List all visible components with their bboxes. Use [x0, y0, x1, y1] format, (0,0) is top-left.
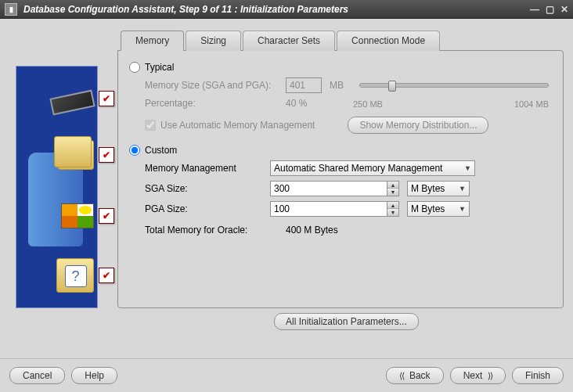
tab-character-sets[interactable]: Character Sets: [243, 31, 335, 51]
slider-min-label: 250 MB: [353, 99, 383, 109]
pga-size-field[interactable]: [270, 201, 387, 217]
step-check-icon: ✔: [99, 91, 114, 106]
step-check-icon: ✔: [99, 208, 114, 224]
finish-button[interactable]: Finish: [512, 367, 564, 384]
next-button-label: Next: [463, 370, 483, 381]
chevron-down-icon: ▼: [459, 185, 466, 192]
minimize-icon[interactable]: —: [530, 4, 539, 15]
tab-sizing[interactable]: Sizing: [186, 31, 241, 51]
app-icon: ▮: [5, 3, 17, 16]
sga-unit-combo[interactable]: M Bytes ▼: [407, 181, 470, 196]
cancel-button[interactable]: Cancel: [9, 367, 65, 384]
all-initialization-parameters-button[interactable]: All Initialization Parameters...: [274, 313, 419, 330]
wizard-footer: Cancel Help ⟨⟨ Back Next ⟩⟩ Finish: [0, 358, 573, 392]
folders-icon: [58, 140, 94, 170]
tab-body-memory: Typical Memory Size (SGA and PGA): MB: [117, 50, 564, 308]
sga-unit-value: M Bytes: [411, 183, 445, 194]
memory-management-value: Automatic Shared Memory Management: [274, 163, 442, 174]
total-memory-value: 400 M Bytes: [286, 225, 338, 236]
chip-icon: [49, 90, 95, 116]
wizard-steps-graphic: ✔ ✔ ✔ ✔: [9, 30, 103, 355]
back-button[interactable]: ⟨⟨ Back: [386, 367, 443, 384]
sga-size-stepper[interactable]: ▲▼: [387, 181, 399, 196]
chevron-down-icon: ▼: [464, 164, 471, 172]
back-button-label: Back: [409, 370, 431, 381]
next-button[interactable]: Next ⟩⟩: [450, 367, 506, 384]
chevron-right-icon: ⟩⟩: [488, 371, 492, 380]
tabs: Memory Sizing Character Sets Connection …: [121, 30, 564, 50]
step-check-icon: ✔: [99, 147, 114, 163]
tab-memory[interactable]: Memory: [121, 31, 184, 51]
slider-max-label: 1004 MB: [514, 99, 549, 109]
pga-unit-combo[interactable]: M Bytes ▼: [407, 201, 470, 217]
memory-size-label: Memory Size (SGA and PGA):: [145, 80, 278, 91]
pga-size-stepper[interactable]: ▲▼: [387, 201, 399, 217]
window-titlebar: ▮ Database Configuration Assistant, Step…: [0, 0, 573, 19]
window-title: Database Configuration Assistant, Step 9…: [23, 4, 530, 15]
typical-radio[interactable]: [129, 62, 140, 73]
memory-management-label: Memory Management: [145, 163, 262, 174]
close-icon[interactable]: ✕: [560, 4, 568, 15]
chevron-down-icon: ▼: [459, 205, 466, 213]
typical-label: Typical: [145, 62, 174, 73]
show-memory-distribution-button: Show Memory Distribution...: [348, 117, 488, 134]
memory-size-field: [286, 77, 322, 93]
total-memory-label: Total Memory for Oracle:: [145, 225, 278, 236]
maximize-icon[interactable]: ▢: [546, 4, 554, 15]
chevron-left-icon: ⟨⟨: [399, 371, 404, 380]
percentage-value: 40 %: [286, 98, 322, 109]
shapes-icon: [61, 203, 94, 228]
memory-size-slider: [359, 83, 549, 88]
sga-size-field[interactable]: [270, 181, 387, 196]
memory-size-unit: MB: [330, 80, 344, 91]
tab-connection-mode[interactable]: Connection Mode: [337, 31, 440, 51]
step-check-icon: ✔: [99, 268, 114, 283]
custom-radio[interactable]: [129, 145, 140, 156]
percentage-label: Percentage:: [145, 98, 278, 109]
help-button[interactable]: Help: [71, 367, 117, 384]
custom-label: Custom: [145, 145, 177, 156]
client-area: ✔ ✔ ✔ ✔ Memory: [0, 19, 573, 392]
memory-management-combo[interactable]: Automatic Shared Memory Management ▼: [270, 160, 475, 176]
pga-size-label: PGA Size:: [145, 203, 262, 214]
sga-size-label: SGA Size:: [145, 183, 262, 194]
auto-memory-checkbox: [145, 120, 156, 131]
pga-unit-value: M Bytes: [411, 203, 445, 214]
auto-memory-label: Use Automatic Memory Management: [160, 120, 315, 131]
question-folder-icon: [56, 258, 94, 293]
